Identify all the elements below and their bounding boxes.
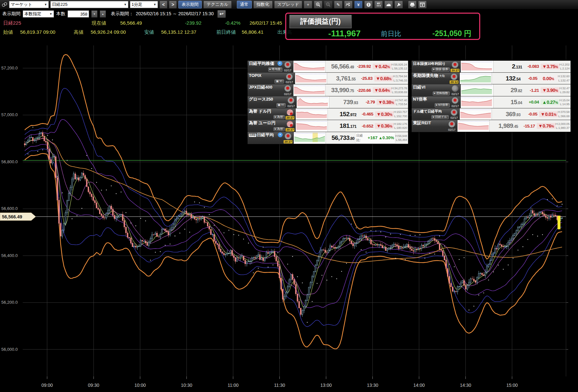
high-low-values: H:56,948L:56,484 bbox=[395, 134, 408, 142]
price-chart[interactable]: 57,200.057,000.056,800.056,600.056,400.0… bbox=[0, 0, 578, 392]
session-low: L:29.82 bbox=[559, 90, 570, 94]
next-button[interactable]: > bbox=[169, 1, 177, 8]
print-icon[interactable] bbox=[408, 1, 417, 8]
quote-change-pct: ▼3.75% bbox=[541, 64, 559, 69]
instrument-sub-button[interactable]: ▸ 寄与度 bbox=[268, 67, 282, 71]
instrument-cell: 日経平均株価✕▸ 寄与度02/17 bbox=[248, 61, 293, 72]
quote-values: 56,566.49-239.92▼0.42%H:56,926.24L:56,13… bbox=[326, 61, 408, 72]
count-up-button[interactable]: ▲ bbox=[100, 10, 106, 18]
prev-close-value: 56,806.41 bbox=[242, 29, 277, 35]
sparkline-cell[interactable] bbox=[297, 96, 329, 108]
indexed-mode-button[interactable]: 指数化 bbox=[253, 1, 273, 8]
instrument-sub-button[interactable]: ▸ NT倍率 bbox=[435, 103, 450, 107]
instrument-icons: 02/17 bbox=[450, 96, 460, 108]
prev-button[interactable]: < bbox=[160, 1, 167, 8]
sparkline-cell[interactable] bbox=[460, 108, 492, 120]
watchlist-row[interactable]: グロース250▣ Y!02/17739.93-2.79▼0.38%H:747.4… bbox=[248, 96, 408, 108]
wrench-icon[interactable] bbox=[394, 1, 403, 8]
watchlist-row[interactable]: TOPIX▣ Y!02/173,761.55-25.83▼0.68%H:3,79… bbox=[248, 73, 408, 85]
sparkline-cell[interactable] bbox=[457, 120, 490, 132]
bar-count-input[interactable] bbox=[68, 10, 89, 18]
x-share-icon[interactable]: ✕ bbox=[278, 132, 283, 137]
symbol-select[interactable]: 日経225▼ bbox=[50, 1, 128, 8]
quote-values: 132.54-0.050.00%H:132.60L:132.47 bbox=[492, 73, 571, 84]
watchlist-row[interactable]: 日経平均株価✕▸ 寄与度02/1756,566.49-239.92▼0.42%H… bbox=[248, 61, 408, 73]
watchlist-row[interactable]: 日経VI▸ 恐怖指数02/1729.82-1.21▼3.90%H:32.47L:… bbox=[412, 84, 571, 96]
japan-flag-icon bbox=[448, 121, 455, 128]
sparkline-cell[interactable] bbox=[294, 132, 326, 144]
instrument-icons: 02/17 bbox=[286, 96, 296, 108]
instrument-sub-button[interactable]: ▸ 為替 bbox=[274, 127, 285, 131]
sparkline-cell[interactable] bbox=[461, 61, 494, 72]
low-value: 56,135.12 12:37 bbox=[161, 29, 216, 35]
range-value: 2026/02/16 15:15 ～ 2026/02/17 15:30 bbox=[136, 11, 214, 17]
yen-scale-icon[interactable]: ¥ bbox=[354, 1, 363, 8]
crosshair-icon[interactable]: ＋ bbox=[304, 1, 312, 8]
watchlist-row[interactable]: NT倍率▸ NT倍率02/1715.04+0.04▲0.27%H:15.04L:… bbox=[412, 96, 571, 108]
svg-text:09:30: 09:30 bbox=[88, 383, 99, 388]
instrument-sub-button[interactable]: ▸ 国債 債券 bbox=[432, 67, 450, 71]
chart-cursor-icon[interactable] bbox=[344, 1, 353, 8]
sparkline-cell[interactable] bbox=[461, 84, 494, 96]
session-low: L:733.54 bbox=[395, 102, 407, 106]
watchlist-row[interactable]: 為替 ドル円▸ 為替20:27152.972-0.465▼0.30%H:153.… bbox=[248, 108, 408, 120]
quote-timestamp: 20:27 bbox=[284, 140, 292, 143]
instrument-sub-button[interactable]: ▣ Y! bbox=[276, 103, 286, 107]
japan-flag-icon bbox=[452, 97, 458, 104]
technical-button[interactable]: テクニカル bbox=[203, 1, 232, 8]
instrument-sub-button[interactable]: ▸ 日経ドル bbox=[431, 115, 448, 119]
sparkline-cell[interactable] bbox=[296, 120, 328, 132]
sparkline-cell[interactable] bbox=[293, 84, 326, 96]
svg-text:56,400.0: 56,400.0 bbox=[1, 253, 18, 258]
sparkline-cell[interactable] bbox=[296, 108, 328, 120]
instrument-icons: 20:27 bbox=[285, 108, 295, 120]
quote-timestamp: 20:12 bbox=[450, 80, 458, 84]
display-period-button[interactable]: 表示期間 bbox=[178, 1, 202, 8]
high-low-values: H:34,273.78L:33,838.69 bbox=[392, 86, 408, 94]
open-value: 56,819.37 09:00 bbox=[20, 29, 74, 35]
count-down-button[interactable]: ▼ bbox=[91, 10, 97, 18]
mini-sparkline bbox=[293, 61, 325, 71]
watchlist-row[interactable]: ドル建て日経平均▸ 日経ドル02/17369.93-0.05▼0.01%H:37… bbox=[412, 108, 571, 120]
watchlist-row[interactable]: 長期国債先物 大取20:12132.54-0.050.00%H:132.60L:… bbox=[412, 73, 571, 85]
session-high: H:370.58 bbox=[558, 110, 570, 114]
sparkline-cell[interactable] bbox=[295, 73, 327, 84]
popout-window-icon[interactable] bbox=[418, 1, 427, 8]
sparkline-cell[interactable] bbox=[461, 96, 494, 108]
link-icon[interactable] bbox=[2, 2, 7, 7]
x-share-icon[interactable]: ✕ bbox=[277, 61, 282, 66]
sparkline-cell[interactable] bbox=[293, 61, 326, 72]
watchlist-row[interactable]: CFD日経平均✕20:2756,733.80日経比:+167▲0.30%H:56… bbox=[248, 132, 408, 144]
japan-flag-icon bbox=[286, 73, 293, 80]
normal-mode-button[interactable]: 通常 bbox=[237, 1, 252, 8]
quote-value: 56,566.49 bbox=[326, 63, 354, 70]
my-settings-icon[interactable]: MY bbox=[374, 1, 383, 8]
watchlist-row[interactable]: 日本国債10年利回り▸ 国債 債券20:272.131-0.083▼3.75%H… bbox=[412, 61, 571, 73]
mountain-chart-icon[interactable] bbox=[384, 1, 393, 8]
instrument-sub-button[interactable]: ▸ 為替 bbox=[274, 115, 285, 119]
nikkei-diff-pct: ▲0.30% bbox=[379, 136, 394, 140]
bar-count-label: 本数 bbox=[56, 11, 65, 17]
zoom-in-icon[interactable] bbox=[314, 1, 322, 8]
low-label: 安値 bbox=[144, 29, 161, 35]
high-low-values: H:132.60L:132.47 bbox=[558, 74, 571, 82]
watchlist-row[interactable]: JPX日経40002/1733,990.75-220.66▼0.64%H:34,… bbox=[248, 84, 408, 96]
session-low: L:1,980.37 bbox=[556, 126, 570, 130]
sparkline-cell[interactable] bbox=[460, 73, 492, 84]
instrument-sub-button[interactable]: ▣ Y! bbox=[275, 80, 284, 83]
quote-change-pct: 0.00% bbox=[539, 76, 558, 81]
timeframe-select[interactable]: 1分足▼ bbox=[130, 1, 158, 8]
market-select[interactable]: マーケット▼ bbox=[9, 1, 49, 8]
instrument-sub-button[interactable]: ▸ 恐怖指数 bbox=[433, 92, 450, 95]
reset-period-icon[interactable]: ↩ bbox=[217, 10, 226, 18]
period-mode-select[interactable]: 本数指定▼ bbox=[23, 10, 54, 18]
draw-pencil-icon[interactable]: ✎ bbox=[334, 1, 342, 8]
watchlist-row[interactable]: 東証REIT02/171,989.45-15.17▼0.76%H:2,000.0… bbox=[412, 120, 571, 132]
zoom-out-icon[interactable] bbox=[324, 1, 332, 8]
watchlist-row[interactable]: 為替 ユーロ円▸ 為替20:27181.171-0.652▼0.36%H:182… bbox=[248, 120, 408, 132]
instrument-cell: グロース250▣ Y!02/17 bbox=[248, 96, 297, 108]
spread-mode-button[interactable]: スプレッド bbox=[274, 1, 302, 8]
instrument-cell: 日経VI▸ 恐怖指数02/17 bbox=[412, 84, 461, 96]
trading-app-window: 57,200.057,000.056,800.056,600.056,400.0… bbox=[0, 0, 578, 392]
info-icon[interactable]: i bbox=[364, 1, 373, 8]
